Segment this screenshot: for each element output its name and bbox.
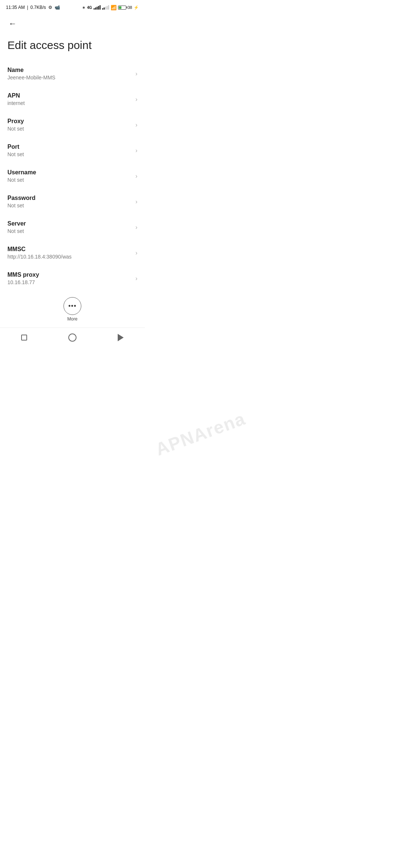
bottom-nav bbox=[0, 328, 145, 349]
bluetooth-icon: ∗ bbox=[82, 5, 85, 10]
chevron-right-icon: › bbox=[136, 147, 137, 154]
home-icon bbox=[68, 333, 76, 342]
time: 11:35 AM bbox=[6, 5, 25, 10]
video-icon: 📹 bbox=[55, 5, 60, 10]
back-button[interactable]: ← bbox=[6, 17, 19, 30]
status-bar: 11:35 AM | 0.7KB/s ⚙ 📹 ∗ 4G 📶 38 bbox=[0, 0, 145, 13]
settings-item-value: Not set bbox=[7, 177, 133, 183]
settings-item-value: Not set bbox=[7, 228, 133, 234]
settings-item-content: Password Not set bbox=[7, 195, 133, 208]
settings-item-proxy[interactable]: Proxy Not set › bbox=[0, 112, 145, 138]
settings-item-content: MMSC http://10.16.18.4:38090/was bbox=[7, 246, 133, 260]
home-button[interactable] bbox=[63, 331, 81, 344]
settings-item-value: internet bbox=[7, 100, 133, 106]
settings-item-label: Username bbox=[7, 169, 133, 176]
chevron-right-icon: › bbox=[136, 70, 137, 77]
network-speed: 0.7KB/s bbox=[30, 5, 46, 10]
settings-item-label: Port bbox=[7, 144, 133, 150]
settings-item-content: MMS proxy 10.16.18.77 bbox=[7, 272, 133, 285]
more-button[interactable]: ••• bbox=[63, 297, 81, 315]
more-label: More bbox=[67, 316, 77, 322]
settings-item-content: Port Not set bbox=[7, 144, 133, 157]
battery-icon bbox=[118, 6, 126, 10]
settings-item-mmsc[interactable]: MMSC http://10.16.18.4:38090/was › bbox=[0, 240, 145, 266]
signal-bars-2 bbox=[102, 5, 109, 10]
more-area: ••• More bbox=[0, 291, 145, 325]
chevron-right-icon: › bbox=[136, 198, 137, 205]
settings-item-value: Jeenee-Mobile-MMS bbox=[7, 75, 133, 80]
settings-item-name[interactable]: Name Jeenee-Mobile-MMS › bbox=[0, 61, 145, 86]
status-right: ∗ 4G 📶 38 ⚡ bbox=[82, 5, 139, 10]
settings-item-username[interactable]: Username Not set › bbox=[0, 163, 145, 189]
settings-item-content: Name Jeenee-Mobile-MMS bbox=[7, 67, 133, 80]
settings-item-value: Not set bbox=[7, 126, 133, 132]
settings-item-label: MMSC bbox=[7, 246, 133, 253]
back-nav-button[interactable] bbox=[112, 331, 130, 344]
settings-icon: ⚙ bbox=[48, 5, 52, 10]
chevron-right-icon: › bbox=[136, 122, 137, 128]
settings-item-value: Not set bbox=[7, 203, 133, 208]
settings-item-label: MMS proxy bbox=[7, 272, 133, 278]
back-nav-icon bbox=[118, 334, 124, 341]
chevron-right-icon: › bbox=[136, 224, 137, 231]
chevron-right-icon: › bbox=[136, 96, 137, 103]
settings-item-content: Server Not set bbox=[7, 220, 133, 234]
signal-bars-1 bbox=[94, 5, 101, 10]
settings-list: Name Jeenee-Mobile-MMS › APN internet › … bbox=[0, 61, 145, 291]
settings-item-value: Not set bbox=[7, 151, 133, 157]
battery-percent: 38 bbox=[128, 5, 132, 10]
settings-item-content: Proxy Not set bbox=[7, 118, 133, 132]
charging-icon: ⚡ bbox=[134, 5, 139, 10]
settings-item-label: Name bbox=[7, 67, 133, 73]
settings-item-content: Username Not set bbox=[7, 169, 133, 183]
settings-item-label: APN bbox=[7, 92, 133, 99]
settings-item-server[interactable]: Server Not set › bbox=[0, 214, 145, 240]
settings-item-port[interactable]: Port Not set › bbox=[0, 138, 145, 163]
chevron-right-icon: › bbox=[136, 250, 137, 256]
chevron-right-icon: › bbox=[136, 275, 137, 282]
page-title: Edit access point bbox=[0, 33, 145, 61]
settings-item-label: Password bbox=[7, 195, 133, 201]
settings-item-apn[interactable]: APN internet › bbox=[0, 86, 145, 112]
mobile-data-icon: 4G bbox=[87, 6, 92, 10]
settings-item-content: APN internet bbox=[7, 92, 133, 106]
settings-item-label: Server bbox=[7, 220, 133, 227]
wifi-icon: 📶 bbox=[111, 5, 117, 10]
recent-apps-icon bbox=[21, 335, 27, 341]
settings-item-label: Proxy bbox=[7, 118, 133, 125]
back-arrow-icon: ← bbox=[9, 19, 17, 29]
chevron-right-icon: › bbox=[136, 173, 137, 180]
separator: | bbox=[27, 5, 28, 10]
more-dots-icon: ••• bbox=[68, 303, 76, 309]
settings-item-mms-proxy[interactable]: MMS proxy 10.16.18.77 › bbox=[0, 266, 145, 291]
recent-apps-button[interactable] bbox=[15, 331, 33, 344]
top-nav: ← bbox=[0, 13, 145, 33]
settings-item-value: 10.16.18.77 bbox=[7, 279, 133, 285]
settings-item-password[interactable]: Password Not set › bbox=[0, 189, 145, 214]
settings-item-value: http://10.16.18.4:38090/was bbox=[7, 254, 133, 260]
status-left: 11:35 AM | 0.7KB/s ⚙ 📹 bbox=[6, 5, 60, 10]
